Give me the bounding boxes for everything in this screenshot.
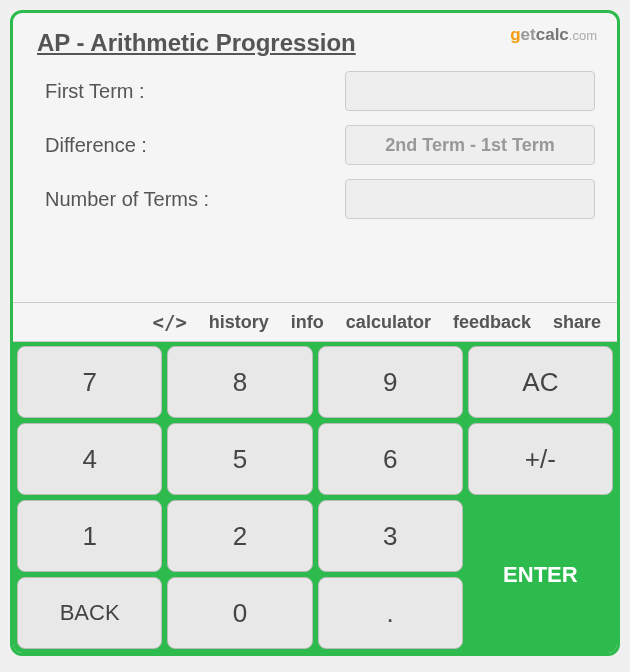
key-plus-minus[interactable]: +/- — [468, 423, 613, 495]
label-difference: Difference : — [45, 134, 345, 157]
key-back[interactable]: BACK — [17, 577, 162, 649]
label-num-terms: Number of Terms : — [45, 188, 345, 211]
key-8[interactable]: 8 — [167, 346, 312, 418]
tabs-bar: </> history info calculator feedback sha… — [13, 303, 617, 342]
tab-calculator[interactable]: calculator — [346, 312, 431, 333]
tab-code[interactable]: </> — [153, 311, 187, 333]
key-1[interactable]: 1 — [17, 500, 162, 572]
brand-logo: getcalc.com — [510, 25, 597, 45]
row-difference: Difference : — [37, 125, 593, 165]
input-num-terms[interactable] — [345, 179, 595, 219]
label-first-term: First Term : — [45, 80, 345, 103]
tab-history[interactable]: history — [209, 312, 269, 333]
key-2[interactable]: 2 — [167, 500, 312, 572]
key-5[interactable]: 5 — [167, 423, 312, 495]
key-6[interactable]: 6 — [318, 423, 463, 495]
key-9[interactable]: 9 — [318, 346, 463, 418]
key-dot[interactable]: . — [318, 577, 463, 649]
key-3[interactable]: 3 — [318, 500, 463, 572]
input-difference[interactable] — [345, 125, 595, 165]
input-first-term[interactable] — [345, 71, 595, 111]
key-4[interactable]: 4 — [17, 423, 162, 495]
tab-share[interactable]: share — [553, 312, 601, 333]
calculator-container: AP - Arithmetic Progression getcalc.com … — [10, 10, 620, 656]
key-enter[interactable]: ENTER — [468, 500, 613, 649]
tab-info[interactable]: info — [291, 312, 324, 333]
tab-feedback[interactable]: feedback — [453, 312, 531, 333]
row-num-terms: Number of Terms : — [37, 179, 593, 219]
key-7[interactable]: 7 — [17, 346, 162, 418]
row-first-term: First Term : — [37, 71, 593, 111]
key-0[interactable]: 0 — [167, 577, 312, 649]
key-ac[interactable]: AC — [468, 346, 613, 418]
form-panel: AP - Arithmetic Progression getcalc.com … — [13, 13, 617, 303]
keypad: 7 8 9 AC 4 5 6 +/- 1 2 3 ENTER BACK 0 . — [13, 342, 617, 653]
